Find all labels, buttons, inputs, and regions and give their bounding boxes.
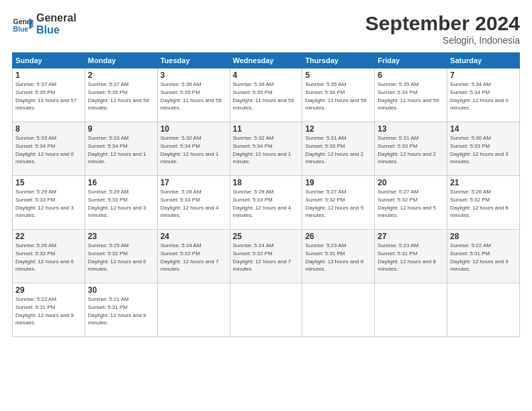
table-cell: 10Sunrise: 5:32 AMSunset: 5:34 PMDayligh…	[157, 122, 230, 176]
day-number: 26	[305, 232, 371, 241]
table-cell: 3Sunrise: 5:36 AMSunset: 5:35 PMDaylight…	[157, 68, 230, 122]
day-info: Sunrise: 5:24 AMSunset: 5:32 PMDaylight:…	[161, 242, 219, 272]
table-cell: 27Sunrise: 5:23 AMSunset: 5:31 PMDayligh…	[375, 230, 447, 283]
table-cell	[230, 283, 302, 337]
table-cell: 22Sunrise: 5:26 AMSunset: 5:32 PMDayligh…	[13, 230, 85, 283]
table-cell: 6Sunrise: 5:35 AMSunset: 5:34 PMDaylight…	[375, 68, 447, 122]
table-cell: 28Sunrise: 5:22 AMSunset: 5:31 PMDayligh…	[447, 230, 520, 283]
day-info: Sunrise: 5:22 AMSunset: 5:31 PMDaylight:…	[450, 242, 508, 272]
col-monday: Monday	[85, 53, 157, 68]
page: General Blue General Blue September 2024…	[0, 0, 532, 411]
table-cell: 1Sunrise: 5:37 AMSunset: 5:35 PMDaylight…	[13, 68, 85, 122]
table-cell: 9Sunrise: 5:33 AMSunset: 5:34 PMDaylight…	[85, 122, 157, 176]
day-number: 11	[233, 124, 300, 134]
table-cell: 24Sunrise: 5:24 AMSunset: 5:32 PMDayligh…	[157, 230, 230, 283]
day-number: 25	[233, 232, 300, 241]
day-number: 18	[233, 178, 300, 187]
table-cell	[447, 283, 520, 337]
table-cell: 26Sunrise: 5:23 AMSunset: 5:31 PMDayligh…	[302, 230, 375, 283]
table-cell: 17Sunrise: 5:28 AMSunset: 5:33 PMDayligh…	[157, 176, 230, 230]
day-info: Sunrise: 5:35 AMSunset: 5:34 PMDaylight:…	[305, 81, 366, 111]
day-info: Sunrise: 5:24 AMSunset: 5:32 PMDaylight:…	[233, 242, 292, 272]
day-info: Sunrise: 5:23 AMSunset: 5:31 PMDaylight:…	[378, 242, 436, 272]
day-info: Sunrise: 5:21 AMSunset: 5:31 PMDaylight:…	[88, 296, 146, 326]
day-number: 15	[15, 178, 82, 187]
day-info: Sunrise: 5:27 AMSunset: 5:32 PMDaylight:…	[378, 189, 436, 218]
table-cell	[302, 283, 375, 337]
table-cell: 21Sunrise: 5:26 AMSunset: 5:32 PMDayligh…	[447, 176, 520, 230]
day-info: Sunrise: 5:34 AMSunset: 5:34 PMDaylight:…	[450, 81, 508, 111]
day-number: 3	[161, 71, 227, 80]
day-number: 12	[305, 124, 371, 134]
table-cell: 12Sunrise: 5:31 AMSunset: 5:33 PMDayligh…	[302, 122, 375, 176]
table-cell: 19Sunrise: 5:27 AMSunset: 5:32 PMDayligh…	[302, 176, 375, 230]
day-info: Sunrise: 5:29 AMSunset: 5:33 PMDaylight:…	[88, 189, 146, 218]
day-info: Sunrise: 5:22 AMSunset: 5:31 PMDaylight:…	[15, 296, 74, 326]
day-number: 30	[88, 285, 154, 295]
day-info: Sunrise: 5:36 AMSunset: 5:35 PMDaylight:…	[161, 81, 222, 111]
day-info: Sunrise: 5:37 AMSunset: 5:35 PMDaylight:…	[88, 81, 149, 111]
logo-icon: General Blue	[12, 13, 34, 35]
day-info: Sunrise: 5:27 AMSunset: 5:32 PMDaylight:…	[305, 189, 363, 218]
day-number: 4	[233, 71, 300, 80]
day-info: Sunrise: 5:25 AMSunset: 5:32 PMDaylight:…	[88, 242, 146, 272]
calendar-header-row: Sunday Monday Tuesday Wednesday Thursday…	[13, 53, 520, 68]
day-number: 10	[161, 124, 227, 134]
calendar: Sunday Monday Tuesday Wednesday Thursday…	[12, 52, 520, 337]
day-number: 27	[378, 232, 444, 241]
table-cell: 25Sunrise: 5:24 AMSunset: 5:32 PMDayligh…	[230, 230, 302, 283]
day-info: Sunrise: 5:26 AMSunset: 5:32 PMDaylight:…	[450, 189, 508, 218]
header: General Blue General Blue September 2024…	[12, 12, 520, 46]
day-info: Sunrise: 5:37 AMSunset: 5:35 PMDaylight:…	[15, 81, 77, 111]
day-number: 9	[88, 124, 154, 134]
col-wednesday: Wednesday	[230, 53, 302, 68]
col-thursday: Thursday	[302, 53, 375, 68]
table-cell: 11Sunrise: 5:32 AMSunset: 5:34 PMDayligh…	[230, 122, 302, 176]
day-number: 17	[161, 178, 227, 187]
day-number: 23	[88, 232, 154, 241]
day-number: 8	[15, 124, 82, 134]
day-number: 22	[15, 232, 82, 241]
day-info: Sunrise: 5:28 AMSunset: 5:33 PMDaylight:…	[161, 189, 219, 218]
day-info: Sunrise: 5:29 AMSunset: 5:33 PMDaylight:…	[15, 189, 74, 218]
month-title: September 2024	[365, 12, 520, 35]
day-info: Sunrise: 5:35 AMSunset: 5:34 PMDaylight:…	[378, 81, 439, 111]
table-cell	[375, 283, 447, 337]
day-info: Sunrise: 5:26 AMSunset: 5:32 PMDaylight:…	[15, 242, 74, 272]
svg-text:Blue: Blue	[13, 26, 29, 33]
day-number: 20	[378, 178, 444, 187]
col-sunday: Sunday	[13, 53, 85, 68]
title-section: September 2024 Selogiri, Indonesia	[365, 12, 520, 46]
logo-line2: Blue	[36, 24, 77, 36]
day-number: 14	[450, 124, 517, 134]
day-number: 21	[450, 178, 517, 187]
table-cell: 2Sunrise: 5:37 AMSunset: 5:35 PMDaylight…	[85, 68, 157, 122]
day-number: 7	[450, 71, 517, 80]
table-cell: 15Sunrise: 5:29 AMSunset: 5:33 PMDayligh…	[13, 176, 85, 230]
day-number: 13	[378, 124, 444, 134]
day-info: Sunrise: 5:28 AMSunset: 5:33 PMDaylight:…	[233, 189, 292, 218]
day-number: 19	[305, 178, 371, 187]
day-number: 24	[161, 232, 227, 241]
day-info: Sunrise: 5:31 AMSunset: 5:33 PMDaylight:…	[378, 135, 436, 165]
day-info: Sunrise: 5:23 AMSunset: 5:31 PMDaylight:…	[305, 242, 363, 272]
table-cell: 5Sunrise: 5:35 AMSunset: 5:34 PMDaylight…	[302, 68, 375, 122]
location: Selogiri, Indonesia	[365, 35, 520, 46]
day-info: Sunrise: 5:33 AMSunset: 5:34 PMDaylight:…	[88, 135, 146, 165]
logo: General Blue General Blue	[12, 12, 77, 36]
day-info: Sunrise: 5:33 AMSunset: 5:34 PMDaylight:…	[15, 135, 74, 165]
table-cell: 13Sunrise: 5:31 AMSunset: 5:33 PMDayligh…	[375, 122, 447, 176]
col-tuesday: Tuesday	[157, 53, 230, 68]
day-number: 5	[305, 71, 371, 80]
day-info: Sunrise: 5:32 AMSunset: 5:34 PMDaylight:…	[161, 135, 219, 165]
day-number: 6	[378, 71, 444, 80]
day-number: 29	[15, 285, 82, 295]
col-saturday: Saturday	[447, 53, 520, 68]
day-number: 16	[88, 178, 154, 187]
day-info: Sunrise: 5:30 AMSunset: 5:33 PMDaylight:…	[450, 135, 508, 165]
table-cell: 14Sunrise: 5:30 AMSunset: 5:33 PMDayligh…	[447, 122, 520, 176]
table-cell: 30Sunrise: 5:21 AMSunset: 5:31 PMDayligh…	[85, 283, 157, 337]
table-cell: 16Sunrise: 5:29 AMSunset: 5:33 PMDayligh…	[85, 176, 157, 230]
table-cell: 7Sunrise: 5:34 AMSunset: 5:34 PMDaylight…	[447, 68, 520, 122]
table-cell: 8Sunrise: 5:33 AMSunset: 5:34 PMDaylight…	[13, 122, 85, 176]
